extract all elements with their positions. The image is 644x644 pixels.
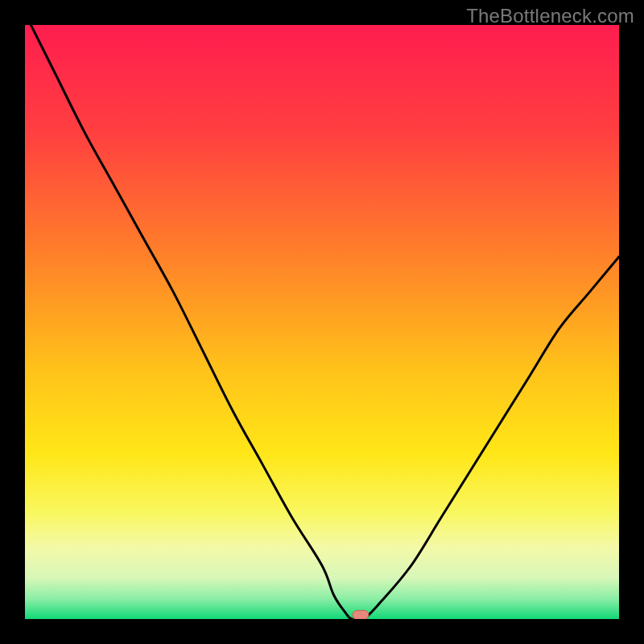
chart-svg bbox=[25, 25, 619, 619]
optimal-point-marker bbox=[353, 610, 369, 619]
gradient-background bbox=[25, 25, 619, 619]
watermark-text: TheBottleneck.com bbox=[466, 5, 634, 27]
plot-area bbox=[25, 25, 619, 619]
chart-frame: TheBottleneck.com bbox=[0, 0, 644, 644]
